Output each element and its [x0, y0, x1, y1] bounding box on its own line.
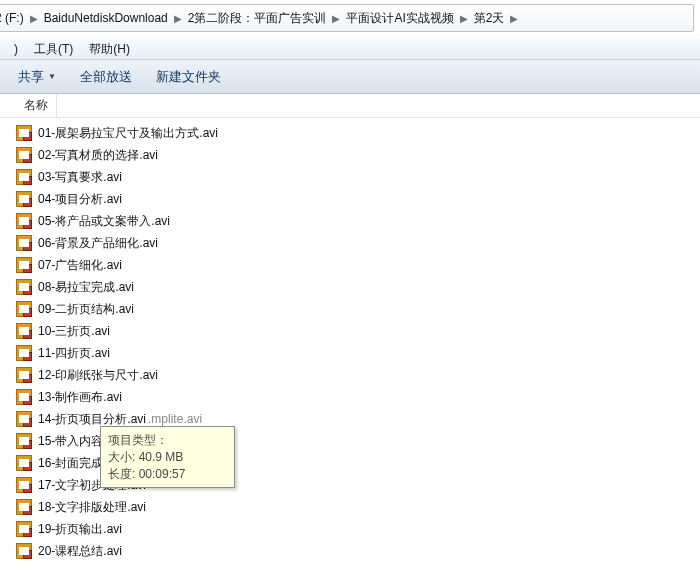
file-name: 06-背景及产品细化.avi	[38, 235, 158, 252]
video-file-icon	[16, 301, 32, 317]
chevron-right-icon[interactable]: ▶	[30, 5, 38, 31]
video-file-icon	[16, 235, 32, 251]
video-file-icon	[16, 521, 32, 537]
play-all-button[interactable]: 全部放送	[68, 64, 144, 90]
file-name: 05-将产品或文案带入.avi	[38, 213, 170, 230]
breadcrumb-item[interactable]: BaiduNetdiskDownload	[38, 5, 174, 31]
file-row[interactable]: 16-封面完成.avi	[10, 452, 700, 474]
file-name: 04-项目分析.avi	[38, 191, 122, 208]
video-file-icon	[16, 191, 32, 207]
video-file-icon	[16, 345, 32, 361]
file-row[interactable]: 04-项目分析.avi	[10, 188, 700, 210]
video-file-icon	[16, 169, 32, 185]
file-name: 10-三折页.avi	[38, 323, 110, 340]
chevron-right-icon[interactable]: ▶	[510, 5, 518, 31]
play-all-label: 全部放送	[80, 68, 132, 86]
toolbar: 共享 ▼ 全部放送 新建文件夹	[0, 60, 700, 94]
file-row[interactable]: 05-将产品或文案带入.avi	[10, 210, 700, 232]
file-row[interactable]: 17-文字初步处理.avi	[10, 474, 700, 496]
video-file-icon	[16, 455, 32, 471]
column-header-name[interactable]: 名称	[16, 94, 57, 117]
address-bar[interactable]: 硬盘2 (F:) ▶ BaiduNetdiskDownload ▶ 2第二阶段：…	[0, 4, 694, 32]
file-row[interactable]: 13-制作画布.avi	[10, 386, 700, 408]
file-row[interactable]: 09-二折页结构.avi	[10, 298, 700, 320]
share-label: 共享	[18, 68, 44, 86]
menu-item-tools[interactable]: 工具(T)	[26, 39, 81, 60]
breadcrumb-label: 硬盘2 (F:)	[0, 10, 24, 27]
file-row[interactable]: 07-广告细化.avi	[10, 254, 700, 276]
chevron-right-icon[interactable]: ▶	[174, 5, 182, 31]
file-row[interactable]: 01-展架易拉宝尺寸及输出方式.avi	[10, 122, 700, 144]
file-name: 16-封面完成.avi	[38, 455, 122, 472]
menu-bar: ) 工具(T) 帮助(H)	[0, 38, 700, 60]
file-name: 08-易拉宝完成.avi	[38, 279, 134, 296]
file-name: 19-折页输出.avi	[38, 521, 122, 538]
breadcrumb-label: 第2天	[474, 10, 505, 27]
dropdown-icon: ▼	[48, 72, 56, 81]
file-name: 14-折页项目分析.avi	[38, 411, 146, 428]
file-row[interactable]: 15-带入内容.avi	[10, 430, 700, 452]
file-row[interactable]: 20-课程总结.avi	[10, 540, 700, 562]
share-button[interactable]: 共享 ▼	[6, 64, 68, 90]
menu-item-help[interactable]: 帮助(H)	[81, 39, 138, 60]
column-header-row: 名称	[0, 94, 700, 118]
video-file-icon	[16, 477, 32, 493]
file-name: 09-二折页结构.avi	[38, 301, 134, 318]
file-name: 02-写真材质的选择.avi	[38, 147, 158, 164]
file-row[interactable]: 03-写真要求.avi	[10, 166, 700, 188]
file-name: 20-课程总结.avi	[38, 543, 122, 560]
file-row[interactable]: 11-四折页.avi	[10, 342, 700, 364]
file-name: 15-带入内容.avi	[38, 433, 122, 450]
file-name: 17-文字初步处理.avi	[38, 477, 146, 494]
chevron-right-icon[interactable]: ▶	[332, 5, 340, 31]
video-file-icon	[16, 323, 32, 339]
video-file-icon	[16, 213, 32, 229]
file-row[interactable]: 18-文字排版处理.avi	[10, 496, 700, 518]
breadcrumb-item[interactable]: 硬盘2 (F:)	[0, 5, 30, 31]
file-row[interactable]: 10-三折页.avi	[10, 320, 700, 342]
new-folder-label: 新建文件夹	[156, 68, 221, 86]
file-name: 18-文字排版处理.avi	[38, 499, 146, 516]
breadcrumb-item[interactable]: 第2天	[468, 5, 511, 31]
chevron-right-icon[interactable]: ▶	[460, 5, 468, 31]
video-file-icon	[16, 367, 32, 383]
file-name-overlay: .mplite.avi	[148, 412, 202, 426]
file-name: 01-展架易拉宝尺寸及输出方式.avi	[38, 125, 218, 142]
breadcrumb-item[interactable]: 平面设计AI实战视频	[340, 5, 459, 31]
menu-item[interactable]: )	[6, 40, 26, 58]
file-row[interactable]: 08-易拉宝完成.avi	[10, 276, 700, 298]
breadcrumb-label: 平面设计AI实战视频	[346, 10, 453, 27]
breadcrumb-label: BaiduNetdiskDownload	[44, 11, 168, 25]
video-file-icon	[16, 543, 32, 559]
video-file-icon	[16, 257, 32, 273]
new-folder-button[interactable]: 新建文件夹	[144, 64, 233, 90]
breadcrumb-label: 2第二阶段：平面广告实训	[188, 10, 327, 27]
file-name: 03-写真要求.avi	[38, 169, 122, 186]
file-name: 12-印刷纸张与尺寸.avi	[38, 367, 158, 384]
video-file-icon	[16, 147, 32, 163]
video-file-icon	[16, 279, 32, 295]
file-row[interactable]: 19-折页输出.avi	[10, 518, 700, 540]
video-file-icon	[16, 411, 32, 427]
file-row[interactable]: 02-写真材质的选择.avi	[10, 144, 700, 166]
file-name: 11-四折页.avi	[38, 345, 110, 362]
file-row[interactable]: 06-背景及产品细化.avi	[10, 232, 700, 254]
video-file-icon	[16, 389, 32, 405]
video-file-icon	[16, 125, 32, 141]
file-list: 01-展架易拉宝尺寸及输出方式.avi02-写真材质的选择.avi03-写真要求…	[0, 118, 700, 562]
file-name: 13-制作画布.avi	[38, 389, 122, 406]
file-row[interactable]: 12-印刷纸张与尺寸.avi	[10, 364, 700, 386]
file-name: 07-广告细化.avi	[38, 257, 122, 274]
video-file-icon	[16, 433, 32, 449]
video-file-icon	[16, 499, 32, 515]
file-row[interactable]: 14-折页项目分析.avi.mplite.avi	[10, 408, 700, 430]
breadcrumb-item[interactable]: 2第二阶段：平面广告实训	[182, 5, 333, 31]
